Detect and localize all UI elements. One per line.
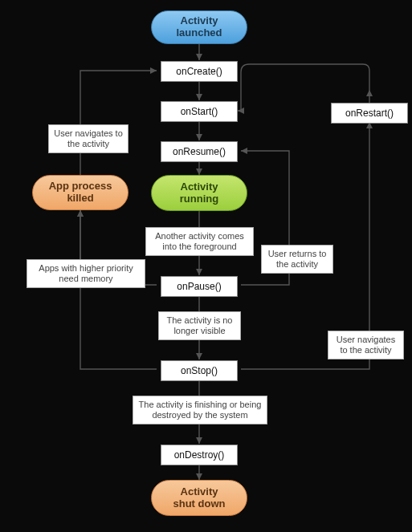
label-foreground: Another activity comes into the foregrou…	[145, 227, 254, 256]
label-no-longer-visible: The activity is no longer visible	[158, 311, 241, 340]
node-onCreate: onCreate()	[161, 61, 238, 82]
state-killed: App process killed	[32, 175, 128, 210]
label-higher-priority: Apps with higher priority need memory	[27, 259, 145, 288]
node-onStart: onStart()	[161, 101, 238, 122]
state-running: Activity running	[151, 175, 247, 211]
label-finishing: The activity is finishing or being destr…	[133, 396, 267, 424]
label-user-returns: User returns to the activity	[261, 245, 333, 274]
label-nav-to-activity-2: User navigates to the activity	[328, 331, 404, 359]
node-onRestart: onRestart()	[331, 103, 408, 124]
node-onStop: onStop()	[161, 360, 238, 381]
node-onDestroy: onDestroy()	[161, 445, 238, 465]
state-shutdown: Activity shut down	[151, 480, 247, 516]
node-onResume: onResume()	[161, 141, 238, 162]
node-onPause: onPause()	[161, 276, 238, 297]
label-nav-to-activity: User navigates to the activity	[48, 124, 128, 153]
lifecycle-diagram: Activity launched Activity running App p…	[0, 0, 412, 532]
state-launched: Activity launched	[151, 10, 247, 44]
